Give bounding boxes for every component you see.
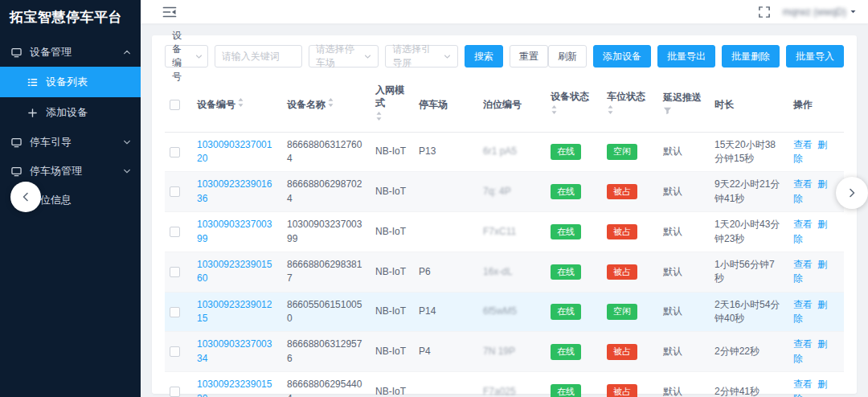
column-label: 时长 — [714, 98, 734, 111]
search-button[interactable]: 搜索 — [465, 45, 503, 68]
sidebar-item-add-device[interactable]: 添加设备 — [0, 97, 141, 128]
row-checkbox[interactable] — [170, 186, 180, 197]
batch-import-button[interactable]: 批量导入 — [786, 45, 844, 68]
sidebar-item-parking-guidance[interactable]: 停车引导 — [0, 128, 141, 157]
keyword-input-wrap — [215, 45, 302, 68]
device-id-link[interactable]: 1030090323700120 — [197, 139, 272, 164]
device-icon — [11, 166, 23, 177]
table-row: 1030092323901215 866055061510050 NB-IoT … — [165, 292, 844, 332]
scroll-right-button[interactable] — [836, 177, 868, 209]
berth-number-blurred: 7q: 4P — [483, 186, 511, 197]
device-id-link[interactable]: 1030092323901215 — [197, 299, 272, 324]
device-name: 866688062987024 — [282, 172, 371, 212]
parking-lot-select[interactable]: 请选择停车场 — [309, 45, 379, 68]
duration: 9天22小时21分钟41秒 — [710, 172, 788, 212]
network-mode: NB-IoT — [371, 372, 414, 397]
delay-push: 默认 — [658, 172, 710, 212]
guide-screen-select[interactable]: 请选择引导屏 — [385, 45, 458, 68]
sidebar-item-label: 停车场管理 — [30, 164, 123, 178]
user-menu[interactable]: mqrwz (wwqD) — [783, 6, 857, 18]
select-all-checkbox[interactable] — [170, 100, 180, 110]
chevron-down-icon — [364, 53, 371, 60]
delay-push: 默认 — [658, 332, 710, 372]
view-link[interactable]: 查看 — [793, 178, 813, 190]
view-link[interactable]: 查看 — [793, 259, 813, 270]
col-device-id[interactable]: 设备编号 — [192, 77, 282, 132]
sort-icon[interactable] — [607, 104, 614, 118]
view-link[interactable]: 查看 — [793, 338, 813, 350]
device-status-badge: 在线 — [551, 304, 581, 319]
sort-icon[interactable] — [327, 97, 334, 111]
filter-icon[interactable] — [663, 105, 672, 118]
keyword-input[interactable] — [222, 51, 295, 62]
table-header-row: 设备编号设备名称入网模式停车场泊位编号设备状态车位状态延迟推送时长操作 — [165, 77, 844, 132]
col-network-mode[interactable]: 入网模式 — [371, 77, 414, 132]
app-title: 拓宝智慧停车平台 — [0, 0, 141, 38]
sidebar-item-parking-lot-management[interactable]: 停车场管理 — [0, 157, 141, 186]
reset-button[interactable]: 重置 — [510, 45, 548, 68]
device-id-link[interactable]: 1030092323901530 — [197, 379, 272, 397]
device-id-link[interactable]: 1030092323901636 — [197, 178, 272, 203]
device-name: 1030090323700399 — [282, 212, 371, 252]
parking-lot — [414, 372, 478, 397]
user-name-blurred: mqrwz (wwqD) — [783, 6, 846, 18]
plus-icon — [27, 108, 39, 118]
refresh-button[interactable]: 刷新 — [548, 45, 587, 68]
duration: 2分钟41秒 — [710, 372, 788, 397]
device-id-link[interactable]: 1030092323901560 — [197, 259, 272, 284]
delay-push: 默认 — [658, 372, 710, 397]
parking-lot: P6 — [414, 252, 478, 292]
chevron-up-icon — [123, 48, 131, 56]
parking-lot: P13 — [414, 132, 478, 172]
row-checkbox[interactable] — [170, 147, 180, 158]
parking-lot: P14 — [414, 292, 478, 332]
parking-lot — [414, 172, 478, 212]
device-status-badge: 在线 — [551, 224, 581, 239]
row-checkbox[interactable] — [170, 387, 180, 397]
search-field-select[interactable]: 设备编号 — [165, 45, 208, 68]
sidebar-item-device-management[interactable]: 设备管理 — [0, 38, 141, 67]
network-mode: NB-IoT — [371, 292, 414, 332]
col-delay-push[interactable]: 延迟推送 — [658, 77, 710, 132]
sidebar-item-label: 停车引导 — [30, 135, 123, 149]
view-link[interactable]: 查看 — [793, 139, 813, 150]
sort-icon[interactable] — [551, 104, 558, 118]
fullscreen-icon[interactable] — [759, 6, 770, 18]
delay-push: 默认 — [658, 212, 710, 252]
row-checkbox[interactable] — [170, 227, 180, 237]
device-id-link[interactable]: 1030090323700334 — [197, 338, 272, 363]
network-mode: NB-IoT — [371, 172, 414, 212]
column-label: 操作 — [793, 98, 813, 111]
berth-number-blurred: F7a025 — [483, 386, 516, 397]
device-status-badge: 在线 — [551, 264, 581, 280]
duration: 15天20小时38分钟15秒 — [710, 132, 788, 172]
view-link[interactable]: 查看 — [793, 379, 813, 390]
slot-status-badge: 空闲 — [607, 304, 637, 319]
batch-export-button[interactable]: 批量导出 — [657, 45, 715, 68]
add-device-button[interactable]: 添加设备 — [593, 45, 651, 68]
sidebar-item-device-list[interactable]: 设备列表 — [0, 67, 141, 97]
scroll-left-button[interactable] — [10, 182, 41, 212]
device-id-link[interactable]: 1030090323700399 — [197, 219, 272, 244]
batch-delete-button[interactable]: 批量删除 — [722, 45, 780, 68]
duration: 2分钟22秒 — [710, 332, 788, 372]
view-link[interactable]: 查看 — [793, 219, 813, 230]
row-checkbox[interactable] — [170, 346, 180, 357]
col-slot-status[interactable]: 车位状态 — [602, 77, 658, 132]
duration: 2天16小时54分钟40秒 — [710, 292, 788, 332]
device-status-badge: 在线 — [551, 384, 581, 397]
device-status-badge: 在线 — [551, 344, 581, 359]
parking-lot: P4 — [414, 332, 478, 372]
network-mode: NB-IoT — [371, 132, 414, 172]
sidebar-fold-icon[interactable] — [162, 6, 177, 18]
sort-icon[interactable] — [375, 111, 383, 125]
topbar: mqrwz (wwqD) — [141, 0, 868, 24]
chevron-down-icon — [123, 138, 131, 146]
view-link[interactable]: 查看 — [793, 299, 813, 310]
row-checkbox[interactable] — [170, 267, 180, 277]
sort-icon[interactable] — [237, 97, 244, 111]
row-checkbox[interactable] — [170, 307, 180, 317]
col-device-name[interactable]: 设备名称 — [282, 77, 371, 132]
parking-lot — [414, 212, 478, 252]
col-device-status[interactable]: 设备状态 — [546, 77, 602, 132]
